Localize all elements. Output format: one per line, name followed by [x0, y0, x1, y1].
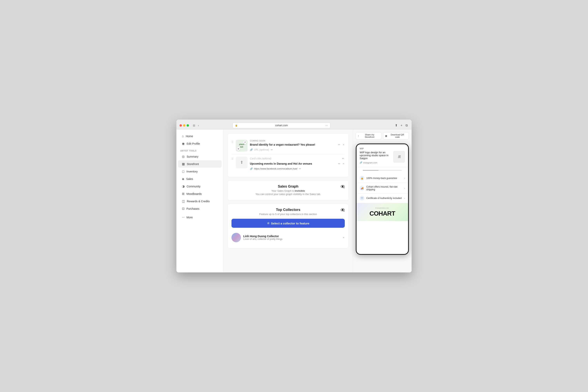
lock-icon: 🔒 [235, 124, 238, 126]
address-text: cohart.com [239, 124, 324, 127]
preview-accordion-item-3: 🛡 Certificate of Authenticity included › [356, 194, 408, 203]
preview-scrollbar-thumb [363, 170, 378, 171]
sidebar-item-more[interactable]: ··· More [178, 214, 222, 221]
top-collectors-header: Top Collectors Feature up to 5 of your t… [232, 208, 345, 216]
sidebar-item-inventory[interactable]: ◻ Inventory [178, 168, 222, 175]
sales-graph-visibility-toggle[interactable]: 👁‍🗨 [340, 184, 345, 189]
item-1-tag: COMING SOON [250, 140, 345, 142]
moodboards-icon: ⊞ [182, 192, 184, 196]
share-storefront-button[interactable]: ↑ Share my Storefront [356, 132, 382, 140]
edit-item-2-title-button[interactable]: ✏ [342, 156, 345, 160]
share-browser-button[interactable]: ⬆ [394, 123, 398, 128]
collector-avatar [232, 233, 241, 242]
sidebar-section-label: ARTIST TOOLS [176, 148, 223, 153]
sidebar-item-more-label: More [186, 216, 193, 219]
inventory-icon: ◻ [182, 170, 184, 173]
collector-info: Linh Hong Duong Collector Lover of arts,… [243, 234, 340, 240]
item-thumbnail-1: plantlab × ✏ [236, 140, 248, 152]
minimize-window-button[interactable] [183, 124, 186, 126]
sidebar-item-edit-profile[interactable]: ◉ Edit Profile [178, 140, 222, 147]
item-1-url-row: 🔗 URL (optional) ✏ [250, 148, 345, 152]
sales-graph-title: Sales Graph [232, 184, 345, 188]
top-collectors-visibility-toggle[interactable]: 👁‍🗨 [340, 208, 345, 212]
item-2-content: Card's title (optional) ✏ Upcoming event… [250, 156, 345, 171]
fullscreen-window-button[interactable] [186, 124, 189, 126]
preview-acc-text-2: Cohart offers insured, flat-rate shippin… [366, 186, 404, 191]
select-collector-button[interactable]: ☆ Select a collector to feature [232, 219, 345, 228]
sidebar-item-moodboards[interactable]: ⊞ Moodboards [178, 190, 222, 197]
drag-handle-1[interactable]: ⠿ [232, 140, 234, 144]
download-qr-button[interactable]: ▦ Download QR code [383, 132, 409, 140]
star-icon: ☆ [267, 222, 270, 225]
back-button[interactable]: ‹ [197, 124, 200, 128]
preview-acc-text-1: 100% money-back guarantee [366, 177, 404, 180]
preview-scroll-area [356, 167, 408, 174]
drag-handle-2[interactable]: ⠿ [232, 156, 234, 160]
sidebar-item-rewards[interactable]: ◫ Rewards & Credits [178, 198, 222, 205]
preview-powered-section: POWERED BY COHART [356, 203, 408, 221]
sidebar-item-edit-profile-label: Edit Profile [186, 142, 200, 145]
sidebar-item-home[interactable]: ⌂ Home [178, 133, 222, 140]
sidebar-item-summary[interactable]: ◎ Summary [178, 153, 222, 160]
browser-controls: ⊟ ‹ [192, 124, 200, 128]
sidebar-item-storefront[interactable]: ▦ Storefront [178, 160, 222, 168]
chevron-down-icon-2: › [404, 186, 405, 190]
home-icon: ⌂ [182, 134, 184, 138]
preview-scrollbar [363, 170, 402, 171]
edit-url-2-button[interactable]: ✏ [298, 167, 302, 171]
edit-url-1-button[interactable]: ✏ [270, 148, 274, 152]
link-icon-preview: 🔗 [360, 161, 362, 164]
phone-preview: WIP WIP logo design for an upcoming stud… [356, 144, 409, 255]
close-window-button[interactable] [180, 124, 182, 126]
preview-wip-image: ℝ [393, 151, 405, 163]
edit-thumb-1-button[interactable]: ✏ [236, 147, 240, 151]
sidebar-item-sales[interactable]: ◈ Sales [178, 175, 222, 182]
remove-collector-button[interactable]: × [342, 236, 345, 240]
app-body: ⌂ Home ◉ Edit Profile ARTIST TOOLS ◎ Sum… [176, 129, 412, 272]
preview-wip-link: 🔗 instagram.com [360, 161, 393, 164]
top-collectors-card: 👁‍🗨 Top Collectors Feature up to 5 of yo… [227, 204, 349, 248]
edit-item-2-button[interactable]: ✏ [338, 162, 341, 166]
phone-screen: WIP WIP logo design for an upcoming stud… [356, 144, 408, 254]
item-1-title: Brand identity for a vegan restaurant? Y… [250, 143, 338, 146]
address-bar[interactable]: 🔒 cohart.com ··· [232, 122, 330, 128]
item-thumbnail-2: ⬆ [236, 156, 248, 168]
traffic-lights [180, 124, 189, 126]
item-2-actions: ✏ × [338, 162, 345, 166]
item-2-title: Upcoming events in Danang and Hoi An ven… [250, 162, 338, 165]
sales-graph-status: invisible [294, 189, 305, 192]
browser-chrome: ⊟ ‹ 🔒 cohart.com ··· ⬆ + ⧉ [176, 120, 412, 129]
lock-accordion-icon: 🔒 [360, 176, 364, 180]
delete-item-1-button[interactable]: × [342, 143, 345, 146]
main-content: ⠿ plantlab × ✏ COMING SOON Brand identit… [224, 129, 353, 272]
sidebar-item-sales-label: Sales [186, 178, 193, 180]
collector-row: Linh Hong Duong Collector Lover of arts,… [232, 231, 345, 244]
delete-item-2-button[interactable]: × [342, 162, 345, 166]
preview-wip-card: WIP WIP logo design for an upcoming stud… [356, 144, 408, 167]
person-icon: ◉ [182, 142, 185, 146]
browser-window: ⊟ ‹ 🔒 cohart.com ··· ⬆ + ⧉ ⌂ Home ◉ Edit… [176, 120, 412, 272]
new-tab-button[interactable]: + [400, 123, 403, 128]
sidebar-item-purchases[interactable]: ⊡ Purchases [178, 205, 222, 212]
more-icon: ··· [182, 216, 184, 219]
edit-item-1-button[interactable]: ✏ [338, 143, 341, 146]
tabs-button[interactable]: ⧉ [405, 123, 408, 128]
community-icon: ◑ [182, 184, 185, 188]
preview-wip-link-text: instagram.com [363, 162, 377, 164]
cohart-brand-logo: COHART [360, 210, 404, 217]
close-item-1-button[interactable]: × [243, 140, 247, 144]
sales-graph-description: You can control your sales graph visibil… [232, 193, 345, 196]
top-collectors-content: ☆ Select a collector to feature Linh Hon… [232, 219, 345, 244]
item-2-url: https://www.facebook.com/nocaibum.hue/ [254, 168, 297, 170]
collector-name: Linh Hong Duong Collector [243, 234, 340, 238]
preview-accordion: 🔒 100% money-back guarantee › 🚚 Cohart o… [356, 174, 408, 203]
sidebar-toggle-button[interactable]: ⊟ [192, 124, 196, 128]
sidebar-item-rewards-label: Rewards & Credits [187, 200, 210, 203]
preview-accordion-item-2: 🚚 Cohart offers insured, flat-rate shipp… [356, 183, 408, 194]
summary-icon: ◎ [182, 155, 185, 158]
sidebar-item-community-label: Community [186, 185, 200, 188]
top-collectors-subtitle: Feature up to 5 of your top collectors i… [232, 213, 345, 216]
sidebar-item-community[interactable]: ◑ Community [178, 183, 222, 190]
browser-actions: ⬆ + ⧉ [394, 123, 408, 128]
link-icon-1: 🔗 [250, 148, 253, 151]
